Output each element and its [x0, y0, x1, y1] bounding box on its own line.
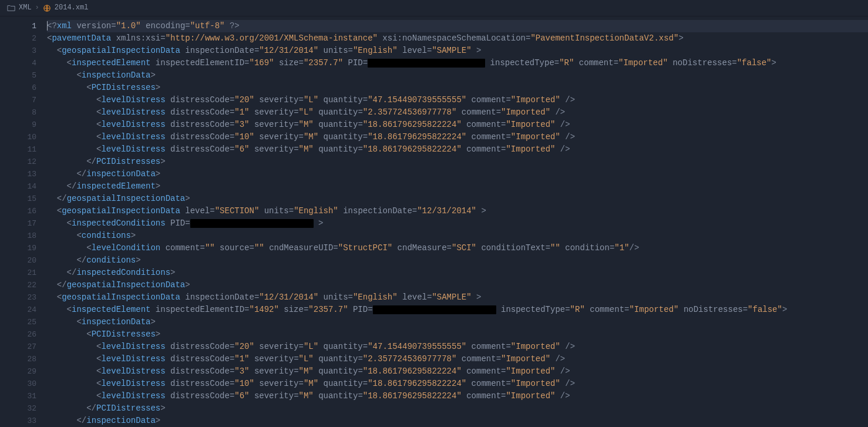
code-area[interactable]: <?xml version="1.0" encoding="utf-8" ?><…: [47, 16, 868, 427]
code-line[interactable]: <levelCondition comment="" source="" cnd…: [47, 242, 868, 254]
code-line[interactable]: </geospatialInspectionData>: [47, 279, 868, 291]
code-line[interactable]: <levelDistress distressCode="1" severity…: [47, 106, 868, 119]
code-line[interactable]: <levelDistress distressCode="20" severit…: [47, 94, 868, 106]
code-line[interactable]: <inspectionData>: [47, 69, 868, 82]
code-line[interactable]: <?xml version="1.0" encoding="utf-8" ?>: [47, 20, 868, 32]
code-line[interactable]: <levelDistress distressCode="6" severity…: [47, 143, 868, 156]
code-line[interactable]: <levelDistress distressCode="10" severit…: [47, 131, 868, 143]
code-line[interactable]: <inspectedElement inspectedElementID="16…: [47, 57, 868, 69]
breadcrumb-folder[interactable]: XML: [19, 2, 32, 14]
code-line[interactable]: <inspectedElement inspectedElementID="14…: [47, 304, 868, 316]
code-line[interactable]: <PCIDistresses>: [47, 328, 868, 341]
code-line[interactable]: <levelDistress distressCode="3" severity…: [47, 365, 868, 378]
code-line[interactable]: <inspectionData>: [47, 316, 868, 328]
xml-file-icon: [43, 4, 51, 12]
breadcrumb-separator: ›: [35, 2, 39, 14]
breadcrumb: XML › 2014.xml: [0, 0, 868, 16]
breadcrumb-file[interactable]: 2014.xml: [55, 2, 89, 14]
code-line[interactable]: <levelDistress distressCode="6" severity…: [47, 390, 868, 402]
code-line[interactable]: <levelDistress distressCode="20" severit…: [47, 341, 868, 353]
code-line[interactable]: <levelDistress distressCode="10" severit…: [47, 378, 868, 390]
code-line[interactable]: </inspectionData>: [47, 415, 868, 427]
code-line[interactable]: </inspectedConditions>: [47, 267, 868, 279]
code-line[interactable]: </PCIDistresses>: [47, 156, 868, 168]
code-line[interactable]: <geospatialInspectionData level="SECTION…: [47, 205, 868, 217]
code-line[interactable]: </geospatialInspectionData>: [47, 193, 868, 205]
code-line[interactable]: <conditions>: [47, 230, 868, 242]
code-line[interactable]: <geospatialInspectionData inspectionDate…: [47, 291, 868, 304]
folder-icon: [7, 4, 15, 12]
code-line[interactable]: <levelDistress distressCode="1" severity…: [47, 353, 868, 365]
code-editor[interactable]: 1234567891011121314151617181920212223242…: [0, 16, 868, 427]
code-line[interactable]: <levelDistress distressCode="3" severity…: [47, 119, 868, 131]
code-line[interactable]: </PCIDistresses>: [47, 402, 868, 415]
code-line[interactable]: <pavementData xmlns:xsi="http://www.w3.o…: [47, 32, 868, 45]
line-number-gutter: 1234567891011121314151617181920212223242…: [0, 16, 47, 427]
code-line[interactable]: </inspectionData>: [47, 168, 868, 180]
code-line[interactable]: <inspectedConditions PID= >: [47, 217, 868, 230]
code-line[interactable]: <PCIDistresses>: [47, 82, 868, 94]
code-line[interactable]: <geospatialInspectionData inspectionDate…: [47, 45, 868, 57]
code-line[interactable]: </inspectedElement>: [47, 180, 868, 193]
code-line[interactable]: </conditions>: [47, 254, 868, 267]
